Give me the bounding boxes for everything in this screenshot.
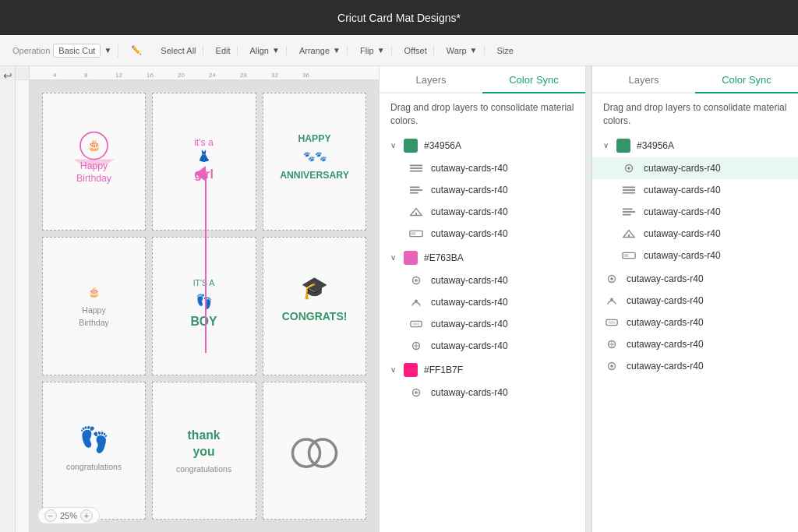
toolbar-align[interactable]: Align ▼ <box>244 46 287 55</box>
svg-text:👗: 👗 <box>197 149 211 162</box>
layer-item[interactable]: cutaway-cards-r40 <box>592 201 798 223</box>
svg-text:Birthday: Birthday <box>79 317 109 326</box>
layer-icon-3 <box>408 206 425 218</box>
right-chevron-green: ∨ <box>603 141 609 150</box>
svg-rect-36 <box>415 212 417 215</box>
svg-point-40 <box>415 279 418 282</box>
left-tab-layers[interactable]: Layers <box>380 66 482 93</box>
svg-text:Happy: Happy <box>82 305 106 315</box>
pencil-icon: ✏️ <box>131 45 142 55</box>
congrats-svg: 🎓 CONGRATS! <box>274 252 355 361</box>
layer-item[interactable]: cutaway-cards-r40 <box>380 179 585 201</box>
color-group-pink-header[interactable]: ∨ #E763BA <box>380 246 585 270</box>
toolbar-warp[interactable]: Warp ▼ <box>440 46 485 55</box>
left-panel-subtitle: Drag and drop layers to consolidate mate… <box>380 93 585 134</box>
toolbar-select-all[interactable]: Select All <box>154 46 203 55</box>
layer-name: cutaway-cards-r40 <box>431 228 508 239</box>
color-group-hotpink-header[interactable]: ∨ #FF1B7F <box>380 358 585 382</box>
canvas-area[interactable]: 4 8 12 16 20 24 28 32 36 🎂 Happy <box>16 66 379 532</box>
layer-item[interactable]: cutaway-cards-r40 <box>592 290 798 312</box>
right-panel-content[interactable]: ∨ #34956A cutaway-cards-r40 cutaway-card… <box>592 134 798 532</box>
zoom-increase-button[interactable]: + <box>80 509 93 522</box>
left-tab-color-sync[interactable]: Color Sync <box>482 66 585 93</box>
layer-item[interactable]: cutaway-cards-r40 <box>380 382 585 403</box>
layer-name: cutaway-cards-r40 <box>431 297 508 308</box>
chevron-hotpink: ∨ <box>390 365 396 374</box>
layer-icon-6 <box>408 296 425 308</box>
right-layer-icon-7 <box>603 294 620 307</box>
layer-item[interactable]: cutaway-cards-r40 <box>592 223 798 245</box>
svg-rect-53 <box>623 192 635 193</box>
pink-hex-label: #E763BA <box>424 252 464 263</box>
topbar: Cricut Card Mat Designs* <box>0 0 798 35</box>
layer-icon-5 <box>408 274 425 287</box>
right-layer-icon-4 <box>620 227 637 240</box>
operation-value[interactable]: Basic Cut <box>53 44 101 58</box>
layer-name: cutaway-cards-r40 <box>627 317 704 328</box>
svg-text:ANNIVERSARY: ANNIVERSARY <box>280 170 349 181</box>
right-tab-layers[interactable]: Layers <box>592 66 695 93</box>
toolbar-offset[interactable]: Offset <box>398 46 434 55</box>
canvas[interactable]: 🎂 Happy Birthday it's a 👗 girl <box>30 80 379 532</box>
layer-item[interactable]: cutaway-cards-r40 <box>380 291 585 313</box>
layer-icon-2 <box>408 184 425 196</box>
layer-item[interactable]: cutaway-cards-r40 <box>380 313 585 335</box>
right-tab-color-sync[interactable]: Color Sync <box>695 66 798 93</box>
layer-item[interactable]: cutaway-cards-r40 <box>592 355 798 377</box>
svg-rect-58 <box>628 234 630 237</box>
layer-item[interactable]: cutaway-cards-r40 <box>380 201 585 223</box>
svg-point-24 <box>309 439 336 467</box>
toolbar-flip[interactable]: Flip ▼ <box>354 46 392 55</box>
chevron-pink: ∨ <box>390 253 396 262</box>
zoom-indicator[interactable]: − 25% + <box>37 507 100 524</box>
anniversary-svg: HAPPY 🐾🐾 ANNIVERSARY <box>274 107 355 217</box>
toolbar-size[interactable]: Size <box>491 46 520 55</box>
warp-label: Warp <box>447 46 467 55</box>
left-sidebar: ↩ <box>0 66 16 532</box>
layer-item[interactable]: cutaway-cards-r40 <box>380 223 585 245</box>
arrange-icon: ▼ <box>333 46 341 55</box>
sidebar-tool[interactable]: ↩ <box>3 69 12 82</box>
svg-rect-51 <box>623 186 635 188</box>
layer-name: cutaway-cards-r40 <box>431 340 508 351</box>
main-content: ↩ 4 8 12 16 20 24 28 32 36 <box>0 66 798 532</box>
layer-item[interactable]: cutaway-cards-r40 <box>592 179 798 201</box>
right-layer-icon-9 <box>603 338 620 351</box>
layer-item[interactable]: cutaway-cards-r40 <box>592 245 798 266</box>
layer-item[interactable]: cutaway-cards-r40 <box>380 270 585 291</box>
svg-text:IT'S A: IT'S A <box>193 278 215 287</box>
toolbar-edit[interactable]: Edit <box>210 46 238 55</box>
layer-name: cutaway-cards-r40 <box>644 206 721 217</box>
layer-item[interactable]: cutaway-cards-r40 <box>592 333 798 355</box>
girl-svg: it's a 👗 girl <box>163 107 245 217</box>
svg-text:CONGRATS!: CONGRATS! <box>281 309 347 322</box>
layer-icon-1 <box>408 162 425 174</box>
toolbar-arrange[interactable]: Arrange ▼ <box>293 46 348 55</box>
layer-item[interactable]: cutaway-cards-r40 <box>592 157 798 179</box>
svg-rect-31 <box>410 170 422 171</box>
layer-item[interactable]: cutaway-cards-r40 <box>380 157 585 179</box>
canvas-designs: 🎂 Happy Birthday it's a 👗 girl <box>30 80 379 532</box>
operation-icon: ▼ <box>104 46 111 55</box>
svg-rect-43 <box>413 322 420 326</box>
right-layer-icon-8 <box>603 316 620 329</box>
svg-text:you: you <box>193 445 215 458</box>
right-color-group-green-header[interactable]: ∨ #34956A <box>592 134 798 157</box>
toolbar-pencil[interactable]: ✏️ <box>125 45 148 55</box>
layer-item[interactable]: cutaway-cards-r40 <box>592 312 798 333</box>
vertical-ruler <box>16 80 30 532</box>
layer-name: cutaway-cards-r40 <box>431 275 508 286</box>
layer-icon-4 <box>408 227 425 240</box>
operation-label: Operation <box>12 46 50 55</box>
svg-point-23 <box>292 439 320 467</box>
color-group-green-header[interactable]: ∨ #34956A <box>380 134 585 157</box>
layer-item[interactable]: cutaway-cards-r40 <box>592 268 798 290</box>
right-green-swatch <box>616 139 630 153</box>
svg-point-63 <box>610 298 613 301</box>
right-panel-tabs: Layers Color Sync <box>592 66 798 93</box>
zoom-decrease-button[interactable]: − <box>44 509 57 522</box>
layer-name: cutaway-cards-r40 <box>627 273 704 284</box>
layer-item[interactable]: cutaway-cards-r40 <box>380 335 585 357</box>
svg-rect-54 <box>623 208 633 210</box>
left-panel-content[interactable]: ∨ #34956A cutaway-cards-r40 cutaway-card… <box>380 134 585 532</box>
